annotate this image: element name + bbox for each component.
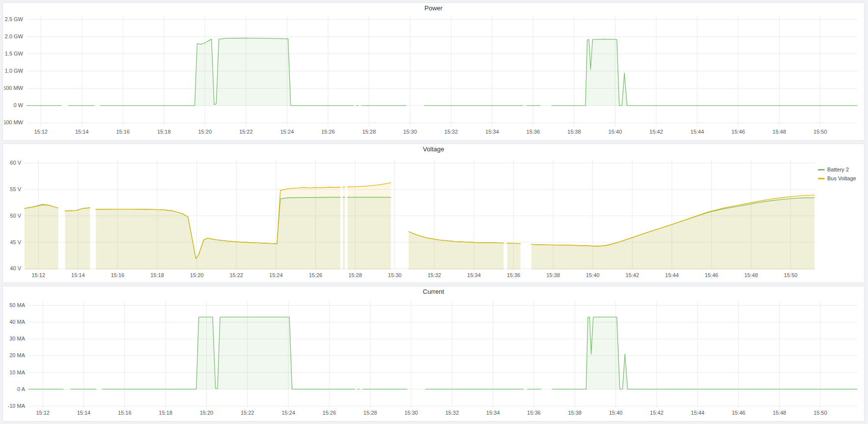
power-chart-canvas[interactable]: 15:1215:1415:1615:1815:2015:2215:2415:26…: [4, 14, 863, 139]
x-tick-label: 15:30: [404, 410, 418, 416]
x-tick-label: 15:28: [363, 129, 376, 135]
panel-current: Current 15:1215:1415:1615:1815:2015:2215…: [2, 286, 865, 422]
current-chart-canvas[interactable]: 15:1215:1415:1615:1815:2015:2215:2415:26…: [4, 297, 863, 420]
x-tick-label: 15:34: [486, 410, 500, 416]
x-tick-label: 15:18: [159, 410, 172, 416]
series-area: [25, 205, 58, 270]
x-tick-label: 15:50: [784, 272, 798, 278]
series-area: [552, 39, 857, 106]
x-tick-label: 15:44: [665, 272, 679, 278]
x-tick-label: 15:26: [323, 410, 336, 416]
x-tick-label: 15:26: [309, 272, 323, 278]
x-tick-label: 15:42: [649, 129, 663, 135]
x-tick-label: 15:32: [445, 129, 458, 135]
y-tick-label: 10 MA: [9, 369, 25, 375]
x-tick-label: 15:12: [34, 129, 48, 135]
panel-title-current[interactable]: Current: [3, 286, 864, 297]
y-tick-label: -10 MA: [8, 403, 26, 409]
y-tick-label: 20 MA: [9, 352, 25, 358]
x-tick-label: 15:20: [200, 410, 214, 416]
y-tick-label: 55 V: [10, 186, 21, 192]
x-tick-label: 15:14: [71, 272, 85, 278]
x-tick-label: 15:18: [157, 129, 171, 135]
voltage-chart-canvas[interactable]: 15:1215:1415:1615:1815:2015:2215:2415:26…: [4, 155, 818, 282]
x-tick-label: 15:42: [625, 272, 639, 278]
y-tick-label: 40 MA: [9, 319, 25, 325]
y-tick-label: 2.0 GW: [5, 33, 24, 39]
x-tick-label: 15:36: [527, 410, 541, 416]
y-tick-label: 500 MW: [4, 85, 24, 91]
y-tick-label: 0 W: [13, 102, 23, 108]
current-chart-row: 15:1215:1415:1615:1815:2015:2215:2415:26…: [3, 297, 864, 421]
panel-voltage: Voltage 15:1215:1415:1615:1815:2015:2215…: [2, 143, 865, 283]
x-tick-label: 15:22: [241, 410, 254, 416]
x-tick-label: 15:12: [31, 272, 45, 278]
x-tick-label: 15:28: [348, 272, 362, 278]
x-tick-label: 15:44: [691, 129, 704, 135]
x-tick-label: 15:44: [691, 410, 704, 416]
x-tick-label: 15:16: [111, 272, 125, 278]
y-tick-label: 40 V: [10, 265, 21, 271]
power-plot[interactable]: 15:1215:1415:1615:1815:2015:2215:2415:26…: [4, 14, 863, 139]
x-tick-label: 15:16: [116, 129, 130, 135]
series-area: [65, 208, 90, 270]
y-tick-label: 30 MA: [9, 336, 25, 341]
voltage-plot[interactable]: 15:1215:1415:1615:1815:2015:2215:2415:26…: [4, 155, 818, 282]
x-tick-label: 15:40: [609, 410, 623, 416]
series-area: [532, 195, 814, 270]
x-tick-label: 15:50: [813, 410, 827, 416]
legend-label: Bus Voltage: [827, 175, 856, 181]
y-tick-label: 1.0 GW: [5, 68, 24, 74]
panel-title-power[interactable]: Power: [3, 3, 864, 14]
x-tick-label: 15:42: [650, 410, 664, 416]
y-tick-label: 1.5 GW: [5, 51, 24, 57]
x-tick-label: 15:48: [773, 410, 786, 416]
y-tick-label: 60 V: [10, 160, 21, 166]
y-tick-label: 50 V: [10, 213, 21, 219]
x-tick-label: 15:46: [731, 129, 745, 135]
x-tick-label: 15:28: [364, 410, 377, 416]
series-area: [409, 232, 504, 270]
panel-title-voltage[interactable]: Voltage: [3, 144, 864, 155]
x-tick-label: 15:50: [813, 129, 827, 135]
current-plot[interactable]: 15:1215:1415:1615:1815:2015:2215:2415:26…: [4, 297, 863, 420]
y-tick-label: -500 MW: [4, 119, 24, 125]
x-tick-label: 15:48: [744, 272, 758, 278]
x-tick-label: 15:14: [75, 129, 89, 135]
x-tick-label: 15:18: [150, 272, 164, 278]
x-tick-label: 15:36: [527, 129, 540, 135]
legend-item-bus-voltage[interactable]: Bus Voltage: [818, 175, 863, 181]
x-tick-label: 15:36: [507, 272, 521, 278]
series-area: [343, 187, 345, 270]
x-tick-label: 15:14: [77, 410, 91, 416]
x-tick-label: 15:46: [732, 410, 746, 416]
x-tick-label: 15:40: [609, 129, 622, 135]
x-tick-label: 15:48: [773, 129, 786, 135]
x-tick-label: 15:40: [586, 272, 600, 278]
legend-label: Battery 2: [827, 167, 849, 172]
x-tick-label: 15:34: [467, 272, 481, 278]
x-tick-label: 15:32: [427, 272, 441, 278]
y-tick-label: 50 MA: [9, 302, 25, 308]
series-area: [348, 183, 391, 270]
y-tick-label: 2.5 GW: [5, 16, 24, 22]
voltage-legend: Battery 2 Bus Voltage: [818, 155, 863, 282]
bus-voltage-swatch-icon: [818, 178, 825, 179]
legend-item-battery-2[interactable]: Battery 2: [818, 167, 863, 172]
panel-power: Power 15:1215:1415:1615:1815:2015:2215:2…: [2, 2, 865, 141]
x-tick-label: 15:26: [321, 129, 335, 135]
x-tick-label: 15:30: [388, 272, 402, 278]
x-tick-label: 15:16: [118, 410, 132, 416]
series-area: [552, 317, 857, 389]
series-area: [507, 243, 521, 270]
x-tick-label: 15:22: [239, 129, 253, 135]
x-tick-label: 15:24: [280, 129, 294, 135]
x-tick-label: 15:20: [198, 129, 212, 135]
x-tick-label: 15:46: [705, 272, 719, 278]
x-tick-label: 15:34: [485, 129, 499, 135]
y-tick-label: 45 V: [10, 239, 21, 245]
x-tick-label: 15:38: [546, 272, 560, 278]
x-tick-label: 15:38: [568, 410, 582, 416]
series-line: [507, 243, 521, 244]
x-tick-label: 15:38: [567, 129, 581, 135]
